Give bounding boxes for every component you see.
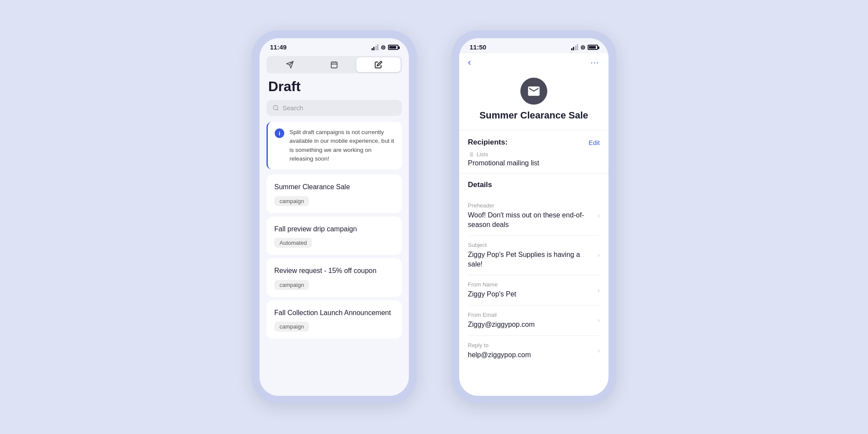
mail-icon [527, 84, 541, 98]
left-phone-inner: 11:49 ⊜ [260, 38, 409, 396]
left-status-icons: ⊜ [372, 44, 399, 51]
left-phone: 11:49 ⊜ [252, 30, 417, 404]
details-rows: Preheader Woof! Don't miss out on these … [459, 189, 608, 365]
tab-edit[interactable] [356, 57, 401, 72]
campaign-name-1: Fall preview drip campaign [274, 224, 394, 234]
campaign-card-3[interactable]: Fall Collection Launch Announcement camp… [266, 300, 402, 339]
recipients-label: Recipients: [468, 138, 508, 147]
battery-icon [388, 45, 398, 50]
right-phone-inner: 11:50 ⊜ ‹ ⋯ [459, 38, 608, 396]
campaign-card-1[interactable]: Fall preview drip campaign Automated [266, 217, 402, 255]
svg-line-7 [277, 109, 278, 110]
lists-label: Lists [477, 151, 488, 158]
search-bar[interactable]: Search [266, 100, 402, 116]
recipients-value: Promotional mailing list [468, 159, 600, 167]
campaign-name-3: Fall Collection Launch Announcement [274, 308, 394, 318]
right-signal-icon [571, 44, 579, 50]
recipients-type: Lists [468, 151, 600, 158]
detail-screen: ‹ ⋯ Summer Clearance Sale Recipients: [459, 53, 608, 396]
recipients-section: Recipients: Edit Lists Promotional maili… [459, 130, 608, 174]
from-name-label: From Name [468, 281, 593, 288]
tab-bar[interactable] [266, 56, 402, 73]
info-text: Split draft campaigns is not currently a… [289, 128, 395, 163]
more-button[interactable]: ⋯ [590, 57, 600, 68]
subject-label: Subject [468, 242, 593, 248]
from-email-value: Ziggy@ziggypop.com [468, 320, 593, 329]
svg-point-6 [273, 105, 278, 110]
subject-chevron: › [598, 251, 600, 259]
left-status-bar: 11:49 ⊜ [260, 38, 409, 53]
campaign-card-2[interactable]: Review request - 15% off coupon campaign [266, 258, 402, 297]
detail-row-reply-to[interactable]: Reply to help@ziggypop.com › [468, 336, 600, 366]
info-icon: i [275, 128, 284, 138]
campaign-hero: Summer Clearance Sale [459, 73, 608, 130]
campaign-name-0: Summer Clearance Sale [274, 182, 394, 192]
from-email-chevron: › [598, 316, 600, 324]
campaign-tag-2: campaign [274, 280, 309, 290]
campaign-tag-0: campaign [274, 196, 309, 206]
reply-to-value: help@ziggypop.com [468, 350, 593, 360]
detail-nav-bar: ‹ ⋯ [459, 53, 608, 73]
right-status-icons: ⊜ [571, 44, 598, 51]
detail-row-from-email[interactable]: From Email Ziggy@ziggypop.com › [468, 306, 600, 336]
search-placeholder: Search [283, 104, 303, 112]
wifi-icon: ⊜ [381, 44, 386, 51]
lists-icon [468, 151, 474, 158]
mail-icon-circle [520, 78, 547, 105]
right-status-bar: 11:50 ⊜ [459, 38, 608, 53]
svg-rect-2 [331, 62, 337, 68]
right-time: 11:50 [470, 43, 486, 51]
from-name-value: Ziggy Pop's Pet [468, 289, 593, 299]
preheader-value: Woof! Don't miss out on these end-of-sea… [468, 210, 593, 229]
draft-screen: Draft Search i Split draft campaigns is … [260, 53, 409, 396]
preheader-chevron: › [598, 212, 600, 220]
subject-value: Ziggy Pop's Pet Supplies is having a sal… [468, 250, 593, 269]
from-email-label: From Email [468, 312, 593, 318]
right-wifi-icon: ⊜ [580, 44, 585, 51]
campaign-card-0[interactable]: Summer Clearance Sale campaign [266, 174, 402, 213]
from-name-chevron: › [598, 286, 600, 294]
campaign-tag-3: campaign [274, 322, 309, 332]
right-battery-icon [588, 45, 598, 50]
search-icon [273, 105, 279, 111]
edit-recipients-button[interactable]: Edit [589, 139, 600, 146]
detail-row-from-name[interactable]: From Name Ziggy Pop's Pet › [468, 275, 600, 306]
campaign-name-2: Review request - 15% off coupon [274, 266, 394, 276]
campaign-detail-title: Summer Clearance Sale [480, 110, 589, 121]
tab-calendar[interactable] [312, 57, 356, 72]
right-phone: 11:50 ⊜ ‹ ⋯ [451, 30, 616, 404]
back-button[interactable]: ‹ [468, 57, 471, 68]
campaign-tag-1: Automated [274, 238, 312, 248]
reply-to-chevron: › [598, 347, 600, 355]
tab-send[interactable] [268, 57, 312, 72]
left-time: 11:49 [270, 43, 286, 51]
details-section-title: Details [459, 174, 608, 189]
reply-to-label: Reply to [468, 342, 593, 349]
scene: 11:49 ⊜ [0, 0, 868, 434]
draft-title: Draft [260, 79, 409, 100]
campaign-list: Summer Clearance Sale campaign Fall prev… [260, 174, 409, 396]
detail-row-preheader[interactable]: Preheader Woof! Don't miss out on these … [468, 196, 600, 236]
detail-row-subject[interactable]: Subject Ziggy Pop's Pet Supplies is havi… [468, 236, 600, 275]
signal-icon [372, 44, 379, 50]
info-banner: i Split draft campaigns is not currently… [266, 122, 402, 169]
recipients-header: Recipients: Edit [468, 138, 600, 147]
preheader-label: Preheader [468, 202, 593, 209]
